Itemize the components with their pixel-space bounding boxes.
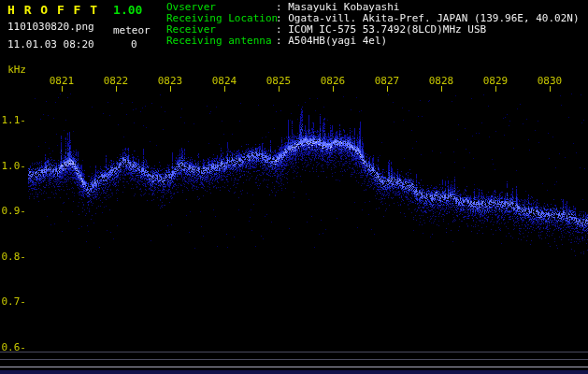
freq-tick-label: 1.1- — [0, 114, 26, 126]
info-label: Receiving antenna — [166, 36, 276, 47]
output-filename: 1101030820.png — [7, 21, 94, 33]
datetime: 11.01.03 08:20 — [7, 38, 94, 50]
time-tick-label: 0828 — [429, 75, 454, 87]
time-tick-label: 0826 — [321, 75, 346, 87]
baseline-line — [0, 367, 588, 367]
hrofft-window: H R O F F T 1.00 1101030820.png meteor 1… — [0, 0, 588, 374]
station-info: Ovserver: Masayuki KobayashiReceiving Lo… — [166, 2, 580, 47]
bottom-bar — [0, 370, 588, 374]
title-row: H R O F F T 1.00 — [7, 3, 142, 17]
time-tick-label: 0824 — [212, 75, 237, 87]
app-version: 1.00 — [113, 3, 142, 17]
info-row: Receiving antenna: A504HB(yagi 4el) — [166, 36, 580, 47]
meteor-count: 0 — [131, 38, 137, 50]
time-tick-label: 0821 — [50, 75, 75, 87]
baseline-line — [0, 359, 588, 360]
spectrogram-canvas — [0, 0, 588, 374]
freq-tick-label: 1.0- — [0, 160, 26, 172]
time-tick-label: 0827 — [375, 75, 400, 87]
time-tick-label: 0829 — [483, 75, 509, 87]
freq-tick-label: 0.9- — [0, 205, 26, 217]
time-tick-label: 0823 — [158, 75, 183, 87]
freq-axis-unit: kHz — [0, 64, 26, 76]
time-tick-label: 0830 — [538, 75, 563, 87]
app-title: H R O F F T — [7, 3, 98, 17]
freq-tick-label: 0.7- — [0, 295, 26, 308]
info-value: : A504HB(yagi 4el) — [276, 35, 387, 47]
baseline-line — [0, 352, 588, 352]
time-tick-label: 0825 — [266, 75, 292, 87]
freq-tick-label: 0.8- — [0, 251, 26, 263]
meteor-label: meteor — [113, 24, 151, 36]
time-tick-label: 0822 — [104, 75, 129, 87]
